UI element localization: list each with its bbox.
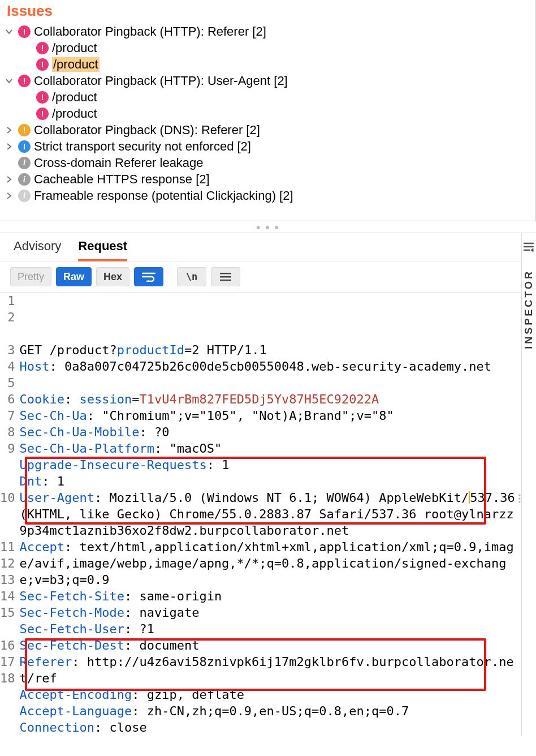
issue-label: Cacheable HTTPS response [2] — [34, 172, 210, 187]
issue-row[interactable]: Collaborator Pingback (HTTP): Referer [2… — [3, 23, 532, 40]
issue-label: Collaborator Pingback (HTTP): Referer [2… — [34, 24, 266, 39]
detail-pane: Advisory Request Pretty Raw Hex \n — [0, 233, 536, 736]
severity-med-icon — [18, 124, 31, 136]
severity-high-icon — [36, 91, 49, 104]
grip-icon: ● ● ● — [256, 222, 280, 231]
issue-instance-label: /product — [52, 57, 100, 72]
issues-panel: Issues Collaborator Pingback (HTTP): Ref… — [0, 0, 536, 221]
issue-instance-label: /product — [52, 106, 97, 121]
toggle-inspector-icon[interactable] — [522, 240, 535, 254]
severity-high-icon — [18, 75, 31, 87]
issue-label: Frameable response (potential Clickjacki… — [34, 188, 293, 203]
severity-low-icon — [18, 140, 31, 153]
issue-row[interactable]: Cacheable HTTPS response [2] — [3, 171, 532, 187]
severity-info-icon — [18, 173, 31, 186]
chevron-right-icon[interactable] — [3, 192, 15, 199]
issues-tree: Collaborator Pingback (HTTP): Referer [2… — [0, 23, 535, 221]
severity-infoL-icon — [18, 190, 31, 202]
issue-instance-row[interactable]: /product — [3, 89, 532, 105]
tab-request[interactable]: Request — [78, 239, 127, 261]
issue-label: Strict transport security not enforced [… — [34, 139, 251, 154]
issue-instance-row[interactable]: /product — [3, 56, 532, 72]
issue-row[interactable]: Strict transport security not enforced [… — [3, 138, 532, 154]
issue-instance-row[interactable]: /product — [3, 105, 532, 122]
issue-instance-row[interactable]: /product — [3, 40, 532, 56]
issue-row[interactable]: Frameable response (potential Clickjacki… — [3, 187, 532, 204]
issue-instance-label: /product — [52, 41, 97, 55]
pretty-button[interactable]: Pretty — [10, 267, 51, 286]
inspector-rail[interactable]: INSPECTOR — [521, 233, 536, 736]
chevron-right-icon[interactable] — [3, 127, 15, 134]
chevron-right-icon[interactable] — [3, 143, 15, 150]
inspector-label: INSPECTOR — [523, 269, 535, 349]
editor-toolbar: Pretty Raw Hex \n — [0, 261, 521, 293]
issue-label: Cross-domain Referer leakage — [34, 156, 204, 170]
issue-row[interactable]: Collaborator Pingback (HTTP): User-Agent… — [3, 72, 532, 89]
severity-info-icon — [18, 157, 31, 169]
issue-label: Collaborator Pingback (HTTP): User-Agent… — [34, 74, 288, 88]
svg-rect-0 — [220, 273, 231, 274]
request-editor[interactable]: 123456789101112131415161718 ••• GET /pro… — [0, 293, 521, 736]
issue-row[interactable]: Collaborator Pingback (DNS): Referer [2] — [3, 122, 532, 138]
splitter-handle[interactable]: ● ● ● — [0, 221, 536, 233]
severity-high-icon — [18, 25, 31, 38]
issue-instance-label: /product — [52, 90, 97, 105]
menu-button[interactable] — [211, 267, 240, 286]
chevron-down-icon[interactable] — [3, 78, 15, 84]
issue-label: Collaborator Pingback (DNS): Referer [2] — [34, 123, 260, 138]
tab-advisory[interactable]: Advisory — [14, 239, 61, 261]
hex-button[interactable]: Hex — [96, 267, 129, 286]
chevron-down-icon[interactable] — [3, 28, 15, 35]
chevron-right-icon[interactable] — [3, 176, 15, 183]
svg-rect-1 — [220, 276, 231, 278]
sub-tabs: Advisory Request — [0, 233, 521, 261]
issue-row[interactable]: Cross-domain Referer leakage — [3, 154, 532, 171]
severity-high-icon — [36, 108, 49, 120]
svg-rect-2 — [220, 280, 231, 281]
issues-title: Issues — [0, 0, 535, 23]
severity-high-icon — [36, 42, 49, 54]
show-nonprint-button[interactable]: \n — [177, 267, 206, 286]
wrap-lines-button[interactable] — [134, 267, 163, 286]
raw-button[interactable]: Raw — [56, 267, 92, 286]
severity-high-icon — [36, 58, 49, 71]
